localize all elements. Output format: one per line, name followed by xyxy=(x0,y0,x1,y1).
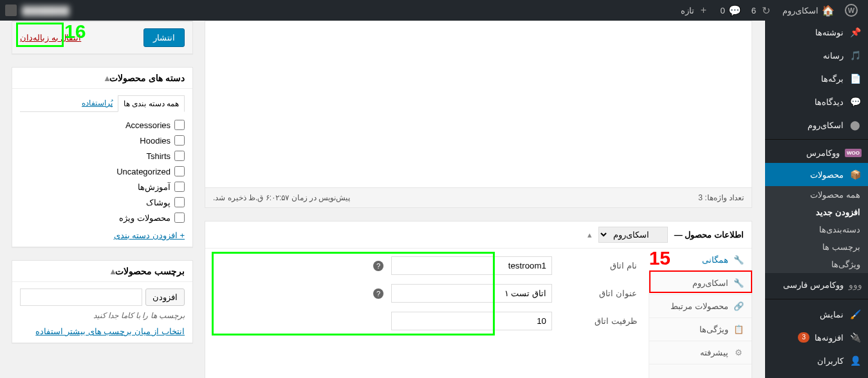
menu-skyroom[interactable]: ⬤اسکای‌روم xyxy=(765,113,868,137)
menu-plugins[interactable]: 🔌افزونه‌ها3 xyxy=(765,326,868,349)
menu-media[interactable]: 🎵رسانه xyxy=(765,44,868,67)
gear-icon: ⚙ xyxy=(734,348,744,357)
skyroom-icon: ⬤ xyxy=(849,118,862,131)
admin-bar: W 🏠اسکای‌روم ↻6 💬0 +تازه ████████ xyxy=(0,0,868,21)
comment-count: 0 xyxy=(721,6,725,15)
wrench-icon: 🔧 xyxy=(734,255,744,265)
menu-products[interactable]: 📦محصولات xyxy=(765,163,868,186)
submenu-attributes[interactable]: ویژگی‌ها xyxy=(765,256,868,273)
tab-skyroom[interactable]: 🔧اسکای‌روم xyxy=(649,272,752,295)
menu-appearance[interactable]: 🖌️نمایش xyxy=(765,303,868,326)
new-label: تازه xyxy=(681,6,694,15)
capacity-label: ظرفیت اتاق xyxy=(560,316,637,326)
help-icon[interactable]: ? xyxy=(373,288,383,299)
woo-farsi-icon: ووو xyxy=(849,278,862,291)
word-count-label: تعداد واژه‌ها: xyxy=(705,193,744,202)
room-title-input[interactable] xyxy=(391,284,552,303)
site-name-link[interactable]: 🏠اسکای‌روم xyxy=(777,0,840,21)
product-type-select[interactable]: اسکای‌روم xyxy=(598,227,668,243)
submenu-categories[interactable]: دسته‌بندی‌ها xyxy=(765,221,868,238)
admin-sidebar: 📌نوشته‌ها 🎵رسانه 📄برگه‌ها 💬دیدگاه‌ها ⬤اس… xyxy=(765,21,868,378)
page-icon: 📄 xyxy=(849,72,862,85)
woo-icon: WOO xyxy=(845,149,862,157)
menu-pages[interactable]: 📄برگه‌ها xyxy=(765,67,868,90)
products-submenu: همه محصولات افزودن جدید دسته‌بندی‌ها برچ… xyxy=(765,186,868,273)
room-name-input[interactable] xyxy=(391,256,552,275)
editor-status-bar: تعداد واژه‌ها: 3 پیش‌نویس در زمان ۶:۰۲:۵… xyxy=(205,188,752,208)
annotation-label-15: 15 xyxy=(649,247,670,269)
editor-body[interactable] xyxy=(205,21,752,188)
annotation-label-16: 16 xyxy=(64,21,86,43)
word-count: 3 xyxy=(698,193,703,202)
tab-attributes[interactable]: 📋ویژگی‌ها xyxy=(649,318,752,341)
draft-saved-text: پیش‌نویس در زمان ۶:۰۲:۵۷ ق.ظ ذخیره شد. xyxy=(213,193,350,202)
room-title-label: عنوان اتاق xyxy=(560,288,637,298)
collapse-icon[interactable]: ▴ xyxy=(587,230,592,240)
user-avatar[interactable] xyxy=(5,5,17,16)
tab-linked[interactable]: 🔗محصولات مرتبط xyxy=(649,295,752,318)
update-count: 6 xyxy=(752,6,756,15)
site-name-text: اسکای‌روم xyxy=(782,6,818,15)
comment-icon: 💬 xyxy=(849,95,862,108)
menu-users[interactable]: 👤کاربران xyxy=(765,349,868,372)
help-icon[interactable]: ? xyxy=(373,261,383,271)
plugins-badge: 3 xyxy=(798,332,809,343)
update-icon: ↻ xyxy=(759,4,772,17)
link-icon: 🔗 xyxy=(734,301,744,311)
product-data-box: اطلاعات محصول — اسکای‌روم ▴ 🔧همگانی 🔧اسک… xyxy=(205,221,752,378)
capacity-input[interactable] xyxy=(391,312,552,330)
home-icon: 🏠 xyxy=(822,4,835,17)
adminbar-new[interactable]: +تازه xyxy=(676,0,716,21)
submenu-add-new[interactable]: افزودن جدید xyxy=(765,203,868,221)
plus-icon: + xyxy=(697,4,710,17)
menu-woo-farsi[interactable]: وووووکامرس فارسی xyxy=(765,273,868,296)
user-name: ████████ xyxy=(22,6,69,15)
list-icon: 📋 xyxy=(734,325,744,334)
plugin-icon: 🔌 xyxy=(849,331,862,344)
product-data-header: اطلاعات محصول — اسکای‌روم ▴ xyxy=(205,222,752,249)
adminbar-user[interactable]: ████████ xyxy=(17,0,75,21)
room-name-label: نام اتاق xyxy=(560,261,637,270)
submenu-tags[interactable]: برچسب ها xyxy=(765,238,868,256)
menu-woocommerce[interactable]: WOOووکامرس xyxy=(765,143,868,163)
product-data-title: اطلاعات محصول — xyxy=(674,230,744,240)
submenu-all-products[interactable]: همه محصولات xyxy=(765,186,868,203)
menu-comments[interactable]: 💬دیدگاه‌ها xyxy=(765,90,868,113)
pin-icon: 📌 xyxy=(849,26,862,39)
products-icon: 📦 xyxy=(849,168,862,181)
main-content: تعداد واژه‌ها: 3 پیش‌نویس در زمان ۶:۰۲:۵… xyxy=(0,21,765,378)
appearance-icon: 🖌️ xyxy=(849,308,862,321)
wrench-icon: 🔧 xyxy=(734,278,744,288)
menu-posts[interactable]: 📌نوشته‌ها xyxy=(765,21,868,44)
comment-icon: 💬 xyxy=(728,4,741,17)
adminbar-updates[interactable]: ↻6 xyxy=(746,0,777,21)
media-icon: 🎵 xyxy=(849,49,862,62)
users-icon: 👤 xyxy=(849,354,862,367)
product-fields: 15 نام اتاق ? عنوان اتاق ? ظرفیت اتاق xyxy=(205,249,649,378)
tab-advanced[interactable]: ⚙پیشرفته xyxy=(649,341,752,364)
adminbar-comments[interactable]: 💬0 xyxy=(716,0,746,21)
wordpress-icon: W xyxy=(845,4,858,17)
wp-logo[interactable]: W xyxy=(840,0,863,21)
